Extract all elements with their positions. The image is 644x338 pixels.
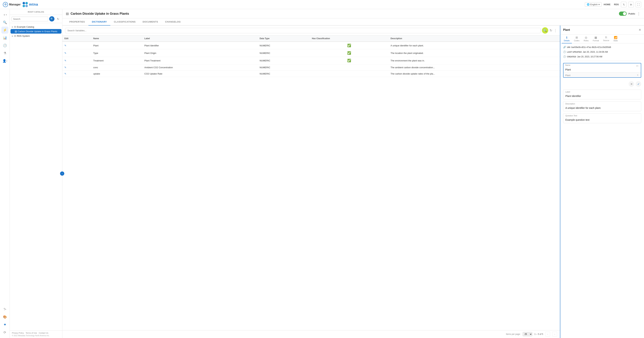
classification-cell bbox=[310, 64, 388, 71]
name-cell: Type bbox=[91, 49, 142, 57]
info-icon: ℹ bbox=[566, 36, 567, 39]
toggle-slider bbox=[619, 11, 627, 16]
contact-link[interactable]: Contact Us bbox=[39, 332, 48, 334]
detail-tab-stats[interactable]: 📶 Stats bbox=[611, 34, 620, 43]
add-icon: ＋ bbox=[3, 12, 6, 17]
detail-close-button[interactable]: ✕ bbox=[638, 28, 641, 32]
more-options-button[interactable]: ⋮ bbox=[637, 11, 640, 16]
edit-cell[interactable]: ✎ bbox=[62, 57, 91, 64]
col-name: Name bbox=[91, 35, 142, 42]
label-field-label: Label bbox=[563, 90, 641, 93]
variable-search-button[interactable]: 🔍 bbox=[542, 27, 548, 33]
twitter-icon[interactable]: 𝕏 bbox=[621, 2, 626, 7]
chevron-icon: ▶ bbox=[12, 35, 13, 37]
col-label: Label bbox=[142, 35, 258, 42]
detail-header: Plant ✕ bbox=[560, 25, 644, 34]
edit-cell[interactable]: ✎ bbox=[62, 64, 91, 71]
label-field: Label Plant Identifier bbox=[563, 90, 641, 99]
dataset-title-row: ▤ Carbon Dioxide Uptake in Grass Plants bbox=[66, 12, 129, 15]
edit-cell[interactable]: ✎ bbox=[62, 49, 91, 57]
tree-item-example-catalog[interactable]: ▶ ⊞ Example Catalog bbox=[10, 24, 62, 29]
name-field-group: Name en Plant fr bbox=[563, 63, 641, 78]
detail-tab-details[interactable]: ℹ Details bbox=[562, 34, 572, 43]
detail-tab-source[interactable]: ⎘ Source bbox=[601, 34, 611, 43]
sidebar-btn-deploy[interactable]: ✦ bbox=[2, 321, 8, 328]
stats-icon: 📶 bbox=[614, 36, 618, 39]
sidebar-btn-user[interactable]: 👤 ▾ bbox=[2, 57, 8, 64]
check-icon: ✅ bbox=[347, 51, 351, 55]
language-selector[interactable]: 🌐 English ▾ bbox=[585, 2, 602, 7]
pagination-next-button[interactable]: › bbox=[552, 332, 557, 337]
tab-properties[interactable]: PROPERTIES bbox=[66, 18, 88, 25]
name-field-fr-value: Plant bbox=[565, 73, 570, 77]
format-icon: ▦ bbox=[594, 36, 597, 39]
chevron-down-icon: ▾ bbox=[598, 3, 600, 6]
sidebar-btn-flask[interactable]: ⚗ bbox=[2, 50, 8, 57]
detail-tab-roles[interactable]: ◎ Roles bbox=[582, 34, 590, 43]
svg-point-3 bbox=[26, 5, 28, 7]
variable-table: Edit Name Label Data Type Has Classifica… bbox=[62, 35, 560, 330]
tree-item-co2-dataset[interactable]: ▤ Carbon Dioxide Uptake in Grass Plants bbox=[10, 29, 62, 33]
dictionary-area: 🔍 ↻ ⋮ Edit Name Label Data Type bbox=[62, 25, 644, 338]
sidebar-btn-history[interactable]: 🕐 bbox=[2, 42, 8, 49]
icon-sidebar: ＋ ▾ 🔍 ⚡ 📊 🕐 ⚗ 👤 ▾ ? ▾ 🎨 bbox=[0, 9, 10, 338]
name-field-input-en[interactable] bbox=[564, 67, 641, 72]
edit-cell[interactable]: ✎ bbox=[62, 42, 91, 49]
sidebar-btn-catalog[interactable]: ⚡ bbox=[2, 26, 8, 33]
tab-classifications[interactable]: CLASSIFICATIONS bbox=[110, 18, 139, 25]
name-field-actions: ✕ ✓ bbox=[563, 80, 641, 87]
sidebar-btn-settings[interactable]: ⟳ bbox=[2, 329, 8, 336]
classification-cell bbox=[310, 71, 388, 77]
tab-changelog[interactable]: CHANGELOG bbox=[162, 18, 184, 25]
edit-cell[interactable]: ✎ bbox=[62, 71, 91, 77]
home-link[interactable]: HOME bbox=[604, 3, 610, 6]
question-text-field: Question Text Example question text bbox=[563, 113, 641, 123]
tree-footer: Privacy Policy Terms of Use Contact Us ©… bbox=[10, 330, 62, 338]
sidebar-btn-add[interactable]: ＋ ▾ bbox=[2, 11, 8, 18]
sidebar-bottom: 🎨 ✦ ⟳ bbox=[2, 314, 8, 338]
pagination-prev-button[interactable]: ‹ bbox=[545, 332, 550, 337]
linkedin-icon[interactable]: in bbox=[628, 2, 634, 7]
tree-panel: ROOT CATALOG 🔍 ↻ ▶ ⊞ Example Catalog ▤ C… bbox=[10, 9, 62, 338]
rds-link[interactable]: RDS bbox=[614, 3, 619, 6]
detail-tab-format[interactable]: ▦ Format bbox=[591, 34, 601, 43]
sidebar-btn-help[interactable]: ? ▾ bbox=[2, 306, 8, 313]
expand-icon[interactable]: ⛶ bbox=[636, 2, 641, 7]
per-page-select[interactable]: 10 25 50 100 bbox=[523, 332, 532, 336]
tab-documents[interactable]: DOCUMENTS bbox=[139, 18, 162, 25]
privacy-link[interactable]: Privacy Policy bbox=[12, 332, 24, 334]
clock-icon: 🕐 bbox=[563, 50, 566, 53]
sidebar-btn-palette[interactable]: 🎨 bbox=[2, 314, 8, 321]
name-lang-en: en bbox=[636, 64, 639, 67]
collapse-panel-button[interactable]: › bbox=[60, 171, 64, 176]
grid-icon: ⊞ bbox=[14, 25, 16, 28]
flask-icon: ⚗ bbox=[4, 51, 6, 55]
description-field: Description A unique identifier for each… bbox=[563, 101, 641, 111]
search-icon: 🔍 bbox=[543, 29, 547, 32]
sidebar-btn-chart[interactable]: 📊 bbox=[2, 34, 8, 41]
confirm-button[interactable]: ✓ bbox=[636, 81, 641, 87]
per-page-label: Items per page: bbox=[506, 333, 520, 335]
app-layout: ＋ ▾ 🔍 ⚡ 📊 🕐 ⚗ 👤 ▾ ? ▾ 🎨 bbox=[0, 9, 644, 338]
variable-search-refresh[interactable]: ↻ bbox=[550, 28, 552, 32]
dataset-title: Carbon Dioxide Uptake in Grass Plants bbox=[70, 12, 129, 15]
tab-dictionary[interactable]: DICTIONARY bbox=[88, 18, 110, 25]
tree-body: ▶ ⊞ Example Catalog ▤ Carbon Dioxide Upt… bbox=[10, 23, 62, 330]
detail-tab-label: Stats bbox=[613, 39, 618, 42]
table-row: ✎ uptake CO2 Uptake Rate NUMERIC The car… bbox=[62, 71, 560, 77]
detail-tab-codes[interactable]: ⊞ Codes bbox=[572, 34, 582, 43]
variable-search-more[interactable]: ⋮ bbox=[554, 28, 557, 32]
variable-search-input[interactable] bbox=[65, 28, 540, 33]
dictionary-table-area: 🔍 ↻ ⋮ Edit Name Label Data Type bbox=[62, 25, 560, 338]
col-classification: Has Classification bbox=[310, 35, 388, 42]
sidebar-btn-search[interactable]: 🔍 bbox=[2, 19, 8, 26]
terms-link[interactable]: Terms of Use bbox=[26, 332, 37, 334]
tree-item-rds-system[interactable]: ▶ ⊞ RDS System bbox=[10, 33, 62, 38]
chevron-icon: ▶ bbox=[12, 26, 13, 28]
tree-search-button[interactable]: 🔍 bbox=[49, 16, 54, 21]
history-icon: 🕐 bbox=[3, 43, 7, 47]
public-toggle[interactable] bbox=[619, 11, 627, 16]
cancel-button[interactable]: ✕ bbox=[628, 81, 634, 87]
tree-refresh-button[interactable]: ↻ bbox=[56, 16, 60, 21]
tree-search-input[interactable] bbox=[12, 17, 48, 21]
